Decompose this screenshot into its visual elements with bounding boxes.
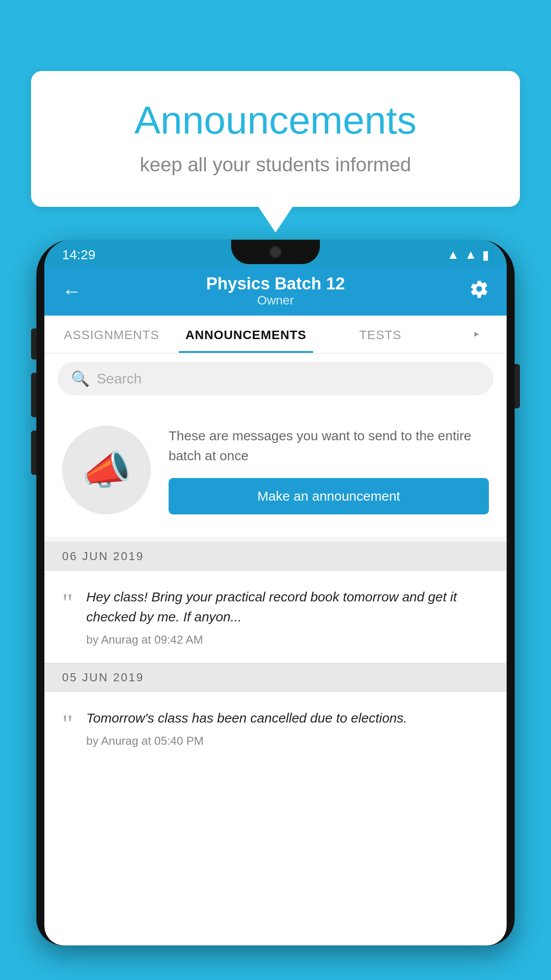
phone-btn-vol-up — [31, 373, 36, 417]
phone-wrapper: 14:29 ▲ ▲ ▮ ← Physics Batch 12 Owner — [36, 240, 515, 980]
app-header: ← Physics Batch 12 Owner — [44, 266, 507, 316]
search-placeholder: Search — [97, 371, 142, 387]
settings-button[interactable] — [469, 279, 489, 303]
megaphone-icon: 📣 — [82, 447, 131, 494]
search-icon: 🔍 — [71, 370, 90, 387]
tab-tests[interactable]: TESTS — [313, 316, 448, 353]
announcement-meta-2: by Anurag at 05:40 PM — [87, 734, 407, 748]
battery-icon: ▮ — [482, 248, 489, 262]
speech-bubble-container: Announcements keep all your students inf… — [31, 71, 520, 233]
phone-notch — [231, 240, 320, 264]
tabs-bar: ASSIGNMENTS ANNOUNCEMENTS TESTS ▸ — [44, 316, 507, 354]
back-button[interactable]: ← — [62, 280, 82, 302]
phone-body: 14:29 ▲ ▲ ▮ ← Physics Batch 12 Owner — [36, 240, 515, 945]
promo-description: These are messages you want to send to t… — [169, 426, 489, 466]
announcements-subtitle: keep all your students informed — [67, 154, 484, 176]
speech-bubble: Announcements keep all your students inf… — [31, 71, 520, 207]
search-bar-container: 🔍 Search — [44, 354, 507, 403]
tab-announcements[interactable]: ANNOUNCEMENTS — [179, 316, 313, 353]
date-separator-2: 05 JUN 2019 — [44, 663, 507, 692]
tab-assignments[interactable]: ASSIGNMENTS — [44, 316, 179, 353]
promo-icon-circle: 📣 — [62, 426, 151, 514]
wifi-icon: ▲ — [447, 248, 460, 262]
gear-icon — [469, 279, 489, 299]
phone-camera — [269, 246, 282, 258]
content-area: 🔍 Search 📣 These are messages you want t… — [44, 354, 507, 764]
announcement-item-2[interactable]: " Tomorrow's class has been cancelled du… — [44, 692, 507, 764]
announcement-meta-1: by Anurag at 09:42 AM — [87, 633, 489, 647]
batch-title: Physics Batch 12 — [82, 274, 469, 293]
announcement-text-2: Tomorrow's class has been cancelled due … — [87, 708, 407, 728]
batch-subtitle: Owner — [82, 293, 469, 308]
announcement-text-1: Hey class! Bring your practical record b… — [87, 587, 489, 627]
header-title-group: Physics Batch 12 Owner — [82, 274, 469, 308]
status-icons: ▲ ▲ ▮ — [447, 248, 489, 262]
speech-bubble-tail — [258, 206, 293, 233]
announcements-title: Announcements — [67, 98, 484, 143]
tab-more[interactable]: ▸ — [448, 316, 507, 353]
phone-btn-vol-down — [31, 431, 36, 475]
status-time: 14:29 — [62, 247, 95, 262]
announcement-promo: 📣 These are messages you want to send to… — [44, 403, 507, 537]
phone-btn-vol-silent — [31, 328, 36, 360]
announcement-content-1: Hey class! Bring your practical record b… — [87, 587, 489, 647]
quote-icon-1: " — [62, 589, 73, 616]
quote-icon-2: " — [62, 711, 73, 737]
make-announcement-button[interactable]: Make an announcement — [169, 478, 489, 514]
phone-screen: 14:29 ▲ ▲ ▮ ← Physics Batch 12 Owner — [44, 240, 507, 945]
promo-content: These are messages you want to send to t… — [169, 426, 489, 514]
date-separator-1: 06 JUN 2019 — [44, 542, 507, 571]
search-bar[interactable]: 🔍 Search — [58, 362, 493, 395]
phone-btn-power — [515, 364, 520, 408]
announcement-item-1[interactable]: " Hey class! Bring your practical record… — [44, 571, 507, 663]
announcement-content-2: Tomorrow's class has been cancelled due … — [87, 708, 407, 748]
signal-icon: ▲ — [464, 248, 477, 262]
